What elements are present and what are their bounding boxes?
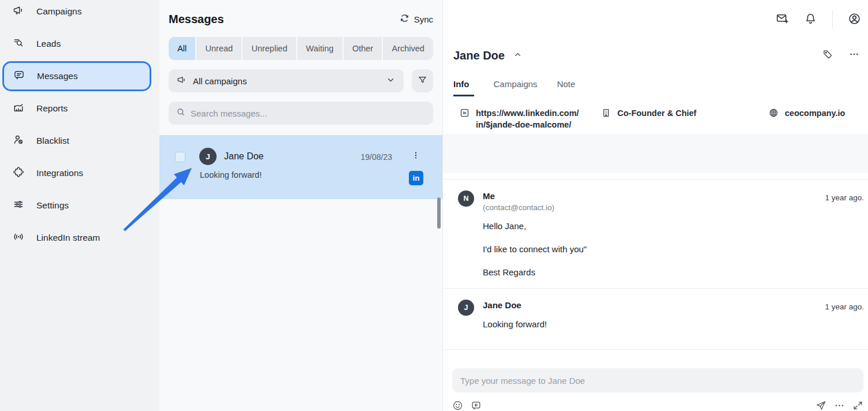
sync-button[interactable]: Sync xyxy=(400,13,433,25)
app-window: Campaigns Leads Messages Reports Blackli… xyxy=(0,0,868,411)
campaign-filter-value: All campaigns xyxy=(193,76,247,86)
messages-panel-title: Messages xyxy=(169,13,224,26)
tab-waiting[interactable]: Waiting xyxy=(297,37,342,60)
compose-area xyxy=(443,357,868,411)
conversation-checkbox[interactable] xyxy=(175,152,185,162)
sidebar-item-linkedin-stream[interactable]: LinkedIn stream xyxy=(0,222,159,254)
lead-name: Jane Doe xyxy=(453,49,505,62)
chat-bubble-icon xyxy=(13,69,25,83)
top-action-bar xyxy=(443,0,868,39)
thread-message: N Me (contact@contact.io) Hello Jane, I'… xyxy=(443,180,868,289)
tab-unread[interactable]: Unread xyxy=(196,37,241,60)
search-icon xyxy=(176,107,185,119)
sidebar-nav: Campaigns Leads Messages Reports Blackli… xyxy=(0,0,159,254)
sidebar-item-label: LinkedIn stream xyxy=(36,233,100,243)
message-thread: N Me (contact@contact.io) Hello Jane, I'… xyxy=(443,180,868,357)
avatar: J xyxy=(458,300,474,316)
lead-info-row: in https://www.linkedin.com/ in/$jande-d… xyxy=(443,96,868,130)
linkedin-badge-icon: in xyxy=(409,171,423,185)
lead-website[interactable]: ceocompany.io xyxy=(769,107,845,130)
search-input[interactable] xyxy=(191,109,426,118)
tab-other[interactable]: Other xyxy=(344,37,382,60)
message-sender: Jane Doe xyxy=(483,300,862,310)
globe-icon xyxy=(769,107,778,130)
conversation-preview: Looking forward! xyxy=(200,170,262,180)
sidebar-item-blacklist[interactable]: Blacklist xyxy=(0,125,159,157)
chart-icon xyxy=(13,102,24,115)
divider xyxy=(443,173,868,180)
lead-panel: Jane Doe Info Campaigns Note in https://… xyxy=(442,0,868,411)
lead-tab-info[interactable]: Info xyxy=(453,79,474,96)
lead-job-title: Co-Founder & Chief xyxy=(601,107,769,130)
chevron-down-icon xyxy=(386,75,396,87)
more-options-icon[interactable] xyxy=(834,400,845,411)
quick-reply-icon[interactable] xyxy=(471,400,482,411)
sidebar-item-label: Settings xyxy=(36,200,69,211)
message-filter-tabs: All Unread Unreplied Waiting Other Archi… xyxy=(169,37,433,60)
tab-archived[interactable]: Archived xyxy=(383,37,433,60)
message-line: Hello Jane, xyxy=(483,221,862,231)
svg-text:in: in xyxy=(463,111,467,115)
conversation-item-jane-doe[interactable]: J Jane Doe 19/08/23 Looking forward! in xyxy=(159,135,442,199)
advanced-filter-button[interactable] xyxy=(412,69,433,92)
conversation-menu-button[interactable] xyxy=(411,151,420,162)
avatar: J xyxy=(199,148,217,165)
compose-toolbar xyxy=(452,400,863,411)
collapsed-section xyxy=(443,134,868,173)
campaign-filter-dropdown[interactable]: All campaigns xyxy=(169,69,404,92)
message-line: I'd like to connect with you" xyxy=(483,244,862,255)
sidebar-item-label: Reports xyxy=(36,103,68,114)
linkedin-url-line1: https://www.linkedin.com/ xyxy=(476,109,579,118)
avatar: N xyxy=(458,190,474,207)
puzzle-icon xyxy=(13,166,24,180)
notifications-bell-icon[interactable] xyxy=(804,12,817,28)
messages-panel: Messages Sync All Unread Unreplied Waiti… xyxy=(159,0,442,411)
lead-linkedin-url[interactable]: in https://www.linkedin.com/ in/$jande-d… xyxy=(460,107,601,130)
message-sender: Me xyxy=(483,191,862,201)
sidebar: Campaigns Leads Messages Reports Blackli… xyxy=(0,0,159,411)
sidebar-item-label: Integrations xyxy=(36,168,83,178)
sidebar-item-campaigns[interactable]: Campaigns xyxy=(0,0,159,28)
message-body: Hello Jane, I'd like to connect with you… xyxy=(483,221,862,278)
conversation-name: Jane Doe xyxy=(224,151,264,162)
message-line: Looking forward! xyxy=(483,319,862,330)
send-icon[interactable] xyxy=(815,400,826,411)
message-body: Looking forward! xyxy=(483,319,862,330)
sliders-icon xyxy=(13,199,24,212)
emoji-icon[interactable] xyxy=(452,400,463,411)
sidebar-item-settings[interactable]: Settings xyxy=(0,189,159,222)
list-scrollbar[interactable] xyxy=(437,197,441,229)
divider xyxy=(832,10,833,29)
more-options-icon[interactable] xyxy=(849,49,859,62)
sync-label: Sync xyxy=(414,14,433,24)
sidebar-item-integrations[interactable]: Integrations xyxy=(0,157,159,189)
message-input[interactable] xyxy=(460,376,855,386)
lead-tab-note[interactable]: Note xyxy=(557,79,575,96)
sidebar-item-reports[interactable]: Reports xyxy=(0,92,159,125)
linkedin-url-line2: in/$jande-doe-malcome/ xyxy=(476,120,571,129)
sidebar-item-label: Campaigns xyxy=(36,6,81,17)
tag-icon[interactable] xyxy=(822,49,833,62)
message-search xyxy=(169,102,433,125)
lead-tab-campaigns[interactable]: Campaigns xyxy=(494,79,538,96)
sidebar-item-label: Blacklist xyxy=(36,136,69,146)
message-timestamp: 1 year ago. xyxy=(825,302,864,311)
new-mail-icon[interactable] xyxy=(776,12,789,28)
lead-search-icon xyxy=(13,37,24,51)
thread-message: J Jane Doe Looking forward! 1 year ago. xyxy=(443,289,868,350)
sidebar-item-label: Leads xyxy=(36,39,61,49)
tab-unreplied[interactable]: Unreplied xyxy=(243,37,296,60)
account-icon[interactable] xyxy=(848,12,861,28)
sidebar-item-messages[interactable]: Messages xyxy=(2,61,151,91)
building-icon xyxy=(601,107,611,130)
funnel-icon xyxy=(418,75,427,87)
megaphone-icon xyxy=(177,75,187,87)
conversation-list: J Jane Doe 19/08/23 Looking forward! in xyxy=(159,135,442,199)
collapse-chevron-up-icon[interactable] xyxy=(513,50,522,61)
expand-icon[interactable] xyxy=(852,400,863,411)
sidebar-item-leads[interactable]: Leads xyxy=(0,28,159,60)
tab-all[interactable]: All xyxy=(169,37,195,60)
sidebar-item-label: Messages xyxy=(37,71,78,81)
linkedin-square-icon: in xyxy=(460,107,470,130)
broadcast-icon xyxy=(13,231,24,245)
